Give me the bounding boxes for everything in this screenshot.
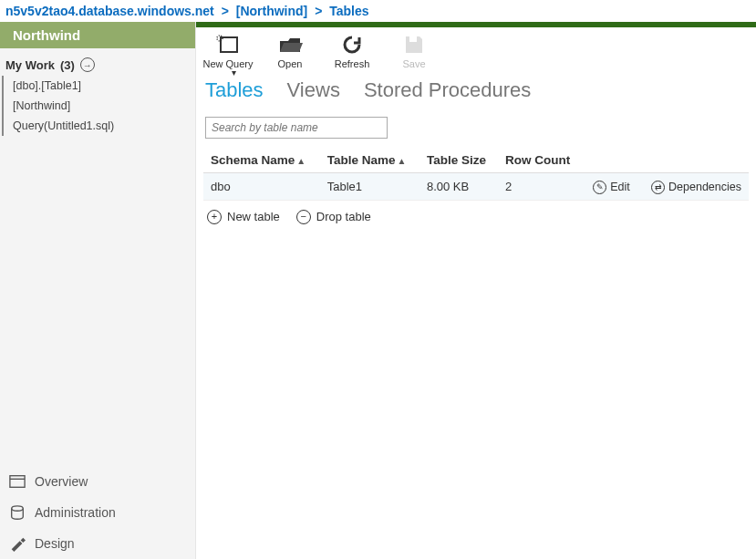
- edit-icon: ✎: [593, 181, 606, 194]
- edit-action[interactable]: ✎ Edit: [593, 181, 630, 194]
- breadcrumb-server[interactable]: n5v5v2tao4.database.windows.net: [5, 4, 214, 18]
- open-button[interactable]: Open: [265, 33, 315, 69]
- tool-label: Open: [278, 58, 303, 69]
- breadcrumb-sep: >: [311, 4, 326, 18]
- sidebar-nav-overview[interactable]: Overview: [0, 466, 195, 497]
- database-icon: [9, 504, 26, 521]
- overview-icon: [9, 473, 26, 490]
- my-work-count: (3): [60, 58, 75, 72]
- sort-asc-icon: ▲: [398, 156, 407, 166]
- search-input[interactable]: [205, 117, 388, 139]
- work-item[interactable]: Query(Untitled1.sql): [2, 116, 195, 136]
- minus-icon: −: [296, 210, 311, 224]
- breadcrumb: n5v5v2tao4.database.windows.net > [North…: [0, 0, 756, 22]
- cell-size: 8.00 KB: [419, 173, 498, 201]
- plus-icon: +: [207, 210, 222, 224]
- main: New Query Open Refresh Save: [196, 22, 756, 559]
- open-icon: [276, 33, 304, 57]
- dependencies-icon: ⇄: [651, 181, 665, 194]
- breadcrumb-database[interactable]: [Northwind]: [236, 4, 308, 18]
- sidebar: Northwind My Work (3) → [dbo].[Table1] […: [0, 22, 196, 559]
- work-item[interactable]: [dbo].[Table1]: [2, 76, 195, 96]
- tool-label: New Query: [202, 58, 253, 69]
- refresh-button[interactable]: Refresh: [327, 33, 377, 69]
- table-actions: + New table − Drop table: [196, 201, 756, 233]
- tab-tables[interactable]: Tables: [205, 78, 264, 102]
- cell-rows: 2: [498, 173, 583, 201]
- table-row[interactable]: dbo Table1 8.00 KB 2 ✎ Edit ⇄: [203, 173, 749, 201]
- svg-rect-3: [221, 37, 237, 52]
- save-button: Save: [389, 33, 439, 69]
- tab-views[interactable]: Views: [287, 78, 340, 102]
- sidebar-nav-design[interactable]: Design: [0, 528, 195, 559]
- sidebar-title: Northwind: [0, 22, 195, 48]
- toolbar: New Query Open Refresh Save: [196, 27, 756, 73]
- drop-table-button[interactable]: − Drop table: [296, 210, 371, 224]
- new-query-icon: [214, 33, 242, 57]
- cell-table: Table1: [320, 173, 419, 201]
- col-table-size[interactable]: Table Size: [419, 148, 498, 173]
- work-item[interactable]: [Northwind]: [2, 96, 195, 116]
- sidebar-nav-label: Overview: [35, 474, 88, 489]
- my-work-header[interactable]: My Work (3) →: [0, 48, 195, 76]
- my-work-label: My Work: [5, 58, 55, 72]
- new-query-button[interactable]: New Query: [203, 33, 253, 69]
- sidebar-nav-administration[interactable]: Administration: [0, 497, 195, 528]
- new-table-button[interactable]: + New table: [207, 210, 280, 224]
- sort-asc-icon: ▲: [296, 156, 306, 166]
- col-schema-name[interactable]: Schema Name▲: [203, 148, 320, 173]
- tool-label: Save: [402, 58, 425, 69]
- sidebar-nav-label: Design: [35, 536, 75, 551]
- svg-rect-0: [10, 476, 25, 488]
- content-tabs: Tables Views Stored Procedures: [196, 73, 756, 111]
- tab-stored-procedures[interactable]: Stored Procedures: [364, 78, 531, 102]
- svg-rect-5: [409, 36, 417, 42]
- sidebar-nav-label: Administration: [35, 505, 116, 520]
- arrow-right-icon: →: [80, 57, 95, 72]
- breadcrumb-section[interactable]: Tables: [329, 4, 368, 18]
- breadcrumb-sep: >: [218, 4, 233, 18]
- svg-point-2: [12, 506, 24, 511]
- tables-grid: Schema Name▲ Table Name▲ Table Size Row …: [203, 148, 749, 201]
- design-icon: [9, 535, 26, 552]
- save-icon: [400, 33, 428, 57]
- col-row-count[interactable]: Row Count: [498, 148, 583, 173]
- tool-label: Refresh: [335, 58, 370, 69]
- dependencies-action[interactable]: ⇄ Dependencies: [651, 181, 741, 194]
- col-table-name[interactable]: Table Name▲: [320, 148, 419, 173]
- refresh-icon: [338, 33, 366, 57]
- cell-schema: dbo: [203, 173, 320, 201]
